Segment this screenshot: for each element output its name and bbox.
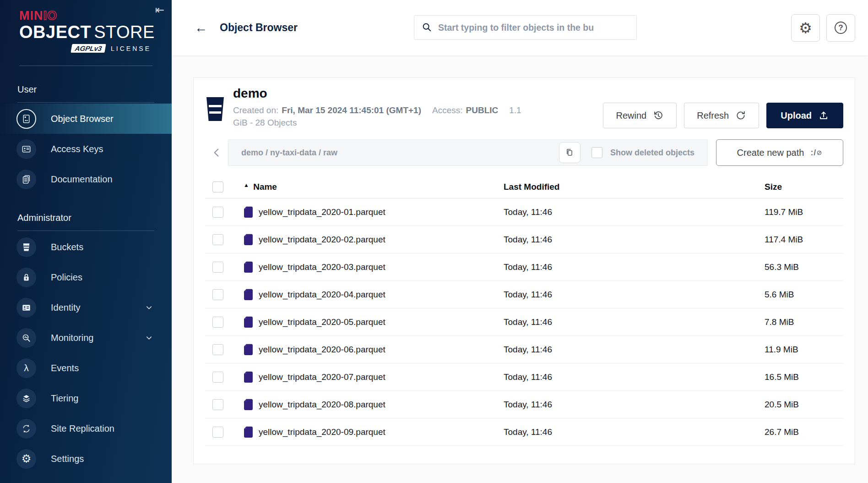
help-button[interactable]: ? — [826, 14, 855, 42]
table-row[interactable]: yellow_tripdata_2020-01.parquetToday, 11… — [205, 198, 843, 226]
refresh-button[interactable]: Refresh — [684, 103, 759, 128]
object-name: yellow_tripdata_2020-09.parquet — [259, 427, 385, 437]
object-size: 20.5 MiB — [765, 400, 843, 410]
sidebar-item-settings[interactable]: ⚙Settings — [0, 444, 172, 474]
column-header-name[interactable]: ▲ Name — [244, 182, 504, 192]
chevron-down-icon[interactable] — [145, 303, 153, 312]
help-icon: ? — [835, 22, 847, 34]
bucket-icon — [205, 96, 225, 122]
breadcrumb[interactable]: demo / ny-taxi-data / raw — [241, 148, 559, 158]
object-name: yellow_tripdata_2020-07.parquet — [259, 372, 385, 382]
show-deleted-label: Show deleted objects — [610, 148, 694, 158]
sidebar-item-label: Events — [51, 363, 79, 373]
table-row[interactable]: yellow_tripdata_2020-07.parquetToday, 11… — [205, 363, 843, 391]
access-label: Access: — [432, 105, 463, 115]
upload-button[interactable]: Upload — [766, 103, 843, 128]
object-name: yellow_tripdata_2020-04.parquet — [259, 290, 385, 300]
show-deleted-checkbox[interactable] — [591, 147, 602, 158]
table-row[interactable]: yellow_tripdata_2020-08.parquetToday, 11… — [205, 391, 843, 418]
buckets-icon — [16, 237, 36, 257]
row-checkbox[interactable] — [212, 234, 223, 245]
brand-solid-text: MIN — [19, 9, 43, 22]
bucket-stats: Created on:Fri, Mar 15 2024 11:45:01 (GM… — [233, 104, 521, 129]
chevron-down-icon[interactable] — [145, 334, 153, 342]
sidebar-item-label: Documentation — [51, 174, 113, 185]
settings-button[interactable]: ⚙ — [791, 14, 820, 42]
rewind-button[interactable]: Rewind — [603, 103, 677, 128]
sidebar-item-documentation[interactable]: Documentation — [0, 164, 172, 194]
table-row[interactable]: yellow_tripdata_2020-09.parquetToday, 11… — [205, 418, 843, 446]
object-name: yellow_tripdata_2020-06.parquet — [259, 345, 385, 355]
sidebar-item-events[interactable]: λEvents — [0, 353, 172, 383]
parquet-file-icon — [244, 316, 253, 328]
row-checkbox[interactable] — [212, 344, 223, 355]
sidebar-item-label: Tiering — [51, 393, 78, 404]
row-checkbox[interactable] — [212, 317, 223, 328]
breadcrumb-bar: demo / ny-taxi-data / raw Show deleted o… — [228, 139, 708, 166]
object-store-wordmark: OBJECTSTORE — [19, 23, 151, 42]
table-row[interactable]: yellow_tripdata_2020-02.parquetToday, 11… — [205, 226, 843, 253]
table-row[interactable]: yellow_tripdata_2020-03.parquetToday, 11… — [205, 253, 843, 281]
section-divider — [17, 231, 154, 231]
app-root: ⇤ MINIO OBJECTSTORE AGPLv3 LICENSE UserO… — [0, 0, 868, 483]
policies-icon — [16, 268, 36, 287]
path-toolbar: demo / ny-taxi-data / raw Show deleted o… — [205, 139, 843, 166]
sidebar-item-label: Settings — [51, 454, 84, 464]
back-arrow-icon[interactable]: ← — [195, 21, 207, 35]
created-value: Fri, Mar 15 2024 11:45:01 (GMT+1) — [282, 105, 421, 115]
documentation-icon — [16, 170, 36, 189]
create-new-path-button[interactable]: Create new path :/ — [716, 139, 843, 166]
sort-ascending-icon: ▲ — [244, 182, 249, 188]
row-checkbox[interactable] — [212, 262, 223, 273]
copy-icon — [564, 148, 575, 158]
show-deleted-toggle: Show deleted objects — [591, 147, 702, 158]
object-size: 117.4 MiB — [765, 235, 843, 245]
sidebar-item-policies[interactable]: Policies — [0, 262, 172, 292]
create-path-icon: :/ — [810, 148, 822, 158]
parquet-file-icon — [244, 261, 253, 273]
row-checkbox[interactable] — [212, 372, 223, 383]
sidebar-item-access-keys[interactable]: Access Keys — [0, 134, 172, 164]
sidebar-item-monitoring[interactable]: Monitoring — [0, 323, 172, 353]
parquet-file-icon — [244, 371, 253, 383]
sidebar-item-label: Site Replication — [51, 423, 114, 434]
bucket-header: demo Created on:Fri, Mar 15 2024 11:45:0… — [205, 78, 843, 129]
sidebar-item-tiering[interactable]: Tiering — [0, 383, 172, 413]
rewind-label: Rewind — [616, 110, 646, 121]
name-header-label: Name — [253, 182, 277, 192]
sidebar-item-object-browser[interactable]: Object Browser — [0, 104, 172, 134]
section-label-user: User — [17, 84, 172, 95]
gear-icon: ⚙ — [799, 21, 812, 35]
identity-icon — [16, 298, 36, 318]
copy-path-button[interactable] — [559, 142, 580, 163]
object-size: 26.7 MiB — [765, 427, 843, 437]
path-back-button[interactable] — [205, 139, 228, 166]
table-row[interactable]: yellow_tripdata_2020-05.parquetToday, 11… — [205, 308, 843, 336]
sidebar-item-label: Identity — [51, 302, 80, 313]
section-label-administrator: Administrator — [17, 213, 172, 223]
row-checkbox[interactable] — [212, 399, 223, 410]
table-row[interactable]: yellow_tripdata_2020-04.parquetToday, 11… — [205, 281, 843, 308]
access-value: PUBLIC — [466, 105, 499, 115]
sidebar-item-identity[interactable]: Identity — [0, 292, 172, 323]
object-last-modified: Today, 11:46 — [504, 372, 765, 382]
select-all-checkbox[interactable] — [212, 181, 223, 192]
sidebar-item-buckets[interactable]: Buckets — [0, 232, 172, 262]
sidebar: ⇤ MINIO OBJECTSTORE AGPLv3 LICENSE UserO… — [0, 0, 172, 483]
agpl-badge: AGPLv3 — [71, 44, 106, 53]
row-checkbox[interactable] — [212, 207, 223, 218]
sidebar-item-label: Buckets — [51, 242, 83, 252]
sidebar-divider — [19, 66, 152, 66]
collapse-sidebar-icon[interactable]: ⇤ — [155, 4, 164, 16]
row-checkbox[interactable] — [212, 427, 223, 438]
search-input[interactable] — [438, 22, 630, 33]
row-checkbox[interactable] — [212, 289, 223, 300]
table-row[interactable]: yellow_tripdata_2020-06.parquetToday, 11… — [205, 336, 843, 363]
parquet-file-icon — [244, 206, 253, 218]
parquet-file-icon — [244, 399, 253, 411]
object-last-modified: Today, 11:46 — [504, 290, 765, 300]
column-header-size: Size — [765, 182, 843, 192]
create-path-label: Create new path — [737, 148, 804, 158]
license-label: LICENSE — [111, 45, 151, 52]
sidebar-item-site-replication[interactable]: Site Replication — [0, 413, 172, 444]
